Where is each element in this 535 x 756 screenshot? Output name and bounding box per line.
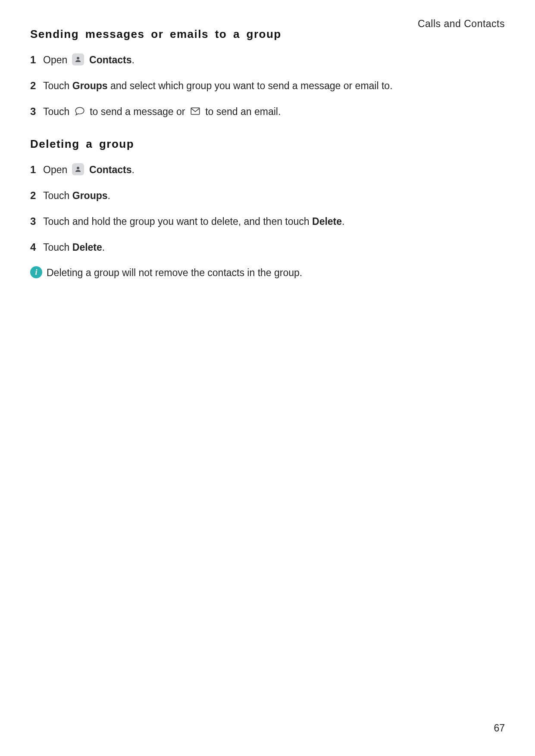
contacts-app-icon	[72, 163, 84, 175]
step-number: 2	[30, 188, 40, 203]
step-text: Touch	[43, 80, 72, 91]
svg-point-2	[77, 167, 79, 169]
step-text: .	[102, 242, 105, 253]
step-text: Touch	[43, 190, 72, 201]
step-text: .	[131, 164, 134, 175]
step-item: 4 Touch Delete.	[30, 240, 505, 255]
step-text: Open	[43, 164, 70, 175]
step-item: 2 Touch Groups.	[30, 188, 505, 203]
section-heading-deleting: Deleting a group	[30, 136, 505, 152]
step-body: Touch Groups and select which group you …	[43, 78, 393, 93]
step-text: to send a message or	[90, 106, 188, 117]
message-bubble-icon	[74, 106, 85, 117]
step-body: Touch Groups.	[43, 188, 110, 203]
step-number: 3	[30, 104, 40, 119]
envelope-icon	[190, 106, 201, 117]
content-area: Sending messages or emails to a group 1 …	[30, 0, 505, 280]
step-item: 2 Touch Groups and select which group yo…	[30, 78, 505, 93]
info-note-text: Deleting a group will not remove the con…	[47, 265, 505, 280]
steps-list-sending: 1 Open Contacts. 2 Touch Groups and sele…	[30, 52, 505, 119]
contacts-app-icon	[72, 53, 84, 65]
info-note: i Deleting a group will not remove the c…	[30, 265, 505, 280]
step-item: 1 Open Contacts.	[30, 52, 505, 68]
page-number: 67	[494, 721, 505, 736]
step-body: Open Contacts.	[43, 53, 135, 68]
step-body: Open Contacts.	[43, 162, 135, 177]
step-text: .	[108, 190, 110, 201]
contacts-label: Contacts	[89, 164, 131, 175]
info-icon: i	[30, 266, 42, 278]
step-number: 1	[30, 52, 40, 68]
delete-label: Delete	[312, 216, 342, 227]
step-number: 1	[30, 162, 40, 177]
step-body: Touch Delete.	[43, 240, 105, 255]
step-text: to send an email.	[205, 106, 281, 117]
groups-label: Groups	[72, 190, 108, 201]
steps-list-deleting: 1 Open Contacts. 2 Touch Groups.	[30, 162, 505, 255]
delete-label: Delete	[72, 242, 102, 253]
step-item: 1 Open Contacts.	[30, 162, 505, 177]
step-text: .	[342, 216, 344, 227]
step-text: Touch	[43, 242, 72, 253]
step-item: 3 Touch to send a message or	[30, 104, 505, 119]
step-item: 3 Touch and hold the group you want to d…	[30, 214, 505, 229]
step-body: Touch and hold the group you want to del…	[43, 214, 344, 229]
step-body: Touch to send a message or to send	[43, 104, 281, 119]
groups-label: Groups	[72, 80, 108, 91]
step-number: 4	[30, 240, 40, 255]
step-text: Open	[43, 54, 70, 65]
step-text: .	[131, 54, 134, 65]
step-number: 2	[30, 78, 40, 93]
contacts-label: Contacts	[89, 54, 131, 65]
svg-point-0	[77, 57, 79, 59]
step-text: Touch	[43, 106, 72, 117]
page: Calls and Contacts Sending messages or e…	[0, 0, 535, 756]
running-header: Calls and Contacts	[418, 16, 505, 31]
step-text: Touch and hold the group you want to del…	[43, 216, 312, 227]
step-number: 3	[30, 214, 40, 229]
step-text: and select which group you want to send …	[108, 80, 393, 91]
